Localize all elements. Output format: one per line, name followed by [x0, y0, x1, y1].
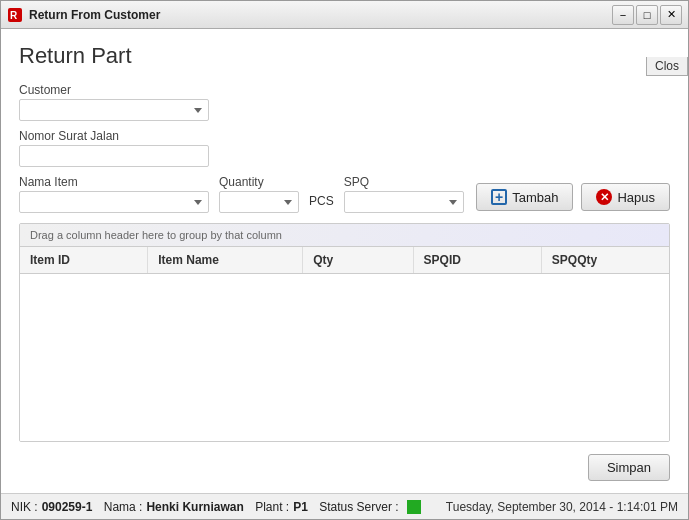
status-bar: NIK : 090259-1 Nama : Henki Kurniawan Pl… [1, 493, 688, 519]
col-item-name: Item Name [148, 247, 303, 273]
col-qty: Qty [303, 247, 413, 273]
nama-field-group: Nama Item [19, 175, 209, 213]
main-window: R Return From Customer − □ ✕ Clos Return… [0, 0, 689, 520]
data-grid: Drag a column header here to group by th… [19, 223, 670, 442]
close-button[interactable]: ✕ [660, 5, 682, 25]
action-buttons: + Tambah ✕ Hapus [476, 183, 670, 213]
simpan-button[interactable]: Simpan [588, 454, 670, 481]
nama-select[interactable] [19, 191, 209, 213]
main-content: Return Part Customer Nomor Surat Jalan N… [1, 29, 688, 493]
nik-value: 090259-1 [42, 500, 93, 514]
pcs-label: PCS [309, 194, 334, 213]
quantity-field-group: Quantity [219, 175, 299, 213]
tambah-button[interactable]: + Tambah [476, 183, 573, 211]
tambah-label: Tambah [512, 190, 558, 205]
x-icon: ✕ [596, 189, 612, 205]
maximize-button[interactable]: □ [636, 5, 658, 25]
plus-icon: + [491, 189, 507, 205]
window-title: Return From Customer [29, 8, 612, 22]
spq-label: SPQ [344, 175, 464, 189]
spq-field-group: SPQ [344, 175, 464, 213]
customer-select[interactable] [19, 99, 209, 121]
col-item-id: Item ID [20, 247, 148, 273]
form-section: Customer Nomor Surat Jalan Nama Item [19, 83, 670, 213]
hapus-button[interactable]: ✕ Hapus [581, 183, 670, 211]
nomor-label: Nomor Surat Jalan [19, 129, 670, 143]
spq-select[interactable] [344, 191, 464, 213]
hapus-label: Hapus [617, 190, 655, 205]
svg-text:R: R [10, 10, 18, 21]
nomor-field-group: Nomor Surat Jalan [19, 129, 670, 167]
grid-body [20, 274, 669, 441]
quantity-label: Quantity [219, 175, 299, 189]
window-controls: − □ ✕ [612, 5, 682, 25]
nama-value: Henki Kurniawan [146, 500, 243, 514]
grid-header: Item ID Item Name Qty SPQID SPQQty [20, 247, 669, 274]
item-row: Nama Item Quantity PCS SPQ [19, 175, 670, 213]
customer-label: Customer [19, 83, 209, 97]
nama-label: Nama Item [19, 175, 209, 189]
minimize-button[interactable]: − [612, 5, 634, 25]
nik-label: NIK : [11, 500, 38, 514]
page-title: Return Part [19, 43, 670, 69]
server-status-indicator [407, 500, 421, 514]
bottom-bar: Simpan [19, 450, 670, 485]
customer-field-group: Customer [19, 83, 209, 121]
app-icon: R [7, 7, 23, 23]
quantity-select[interactable] [219, 191, 299, 213]
col-spqid: SPQID [414, 247, 542, 273]
server-label: Status Server : [319, 500, 398, 514]
datetime-value: Tuesday, September 30, 2014 - 1:14:01 PM [446, 500, 678, 514]
title-bar: R Return From Customer − □ ✕ [1, 1, 688, 29]
drag-hint: Drag a column header here to group by th… [20, 224, 669, 247]
plant-value: P1 [293, 500, 308, 514]
col-spqqty: SPQQty [542, 247, 669, 273]
nomor-input[interactable] [19, 145, 209, 167]
nama-label: Nama : [104, 500, 143, 514]
plant-label: Plant : [255, 500, 289, 514]
